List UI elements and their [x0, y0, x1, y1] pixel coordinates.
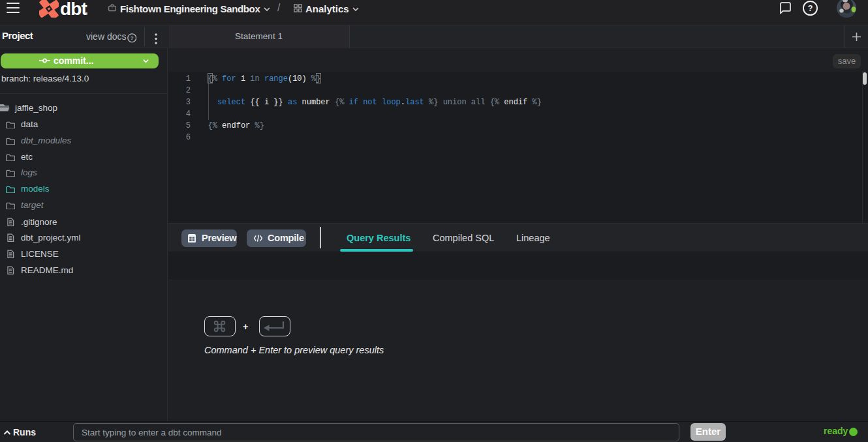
svg-text:?: ?: [130, 35, 133, 41]
svg-text:?: ?: [808, 4, 813, 13]
